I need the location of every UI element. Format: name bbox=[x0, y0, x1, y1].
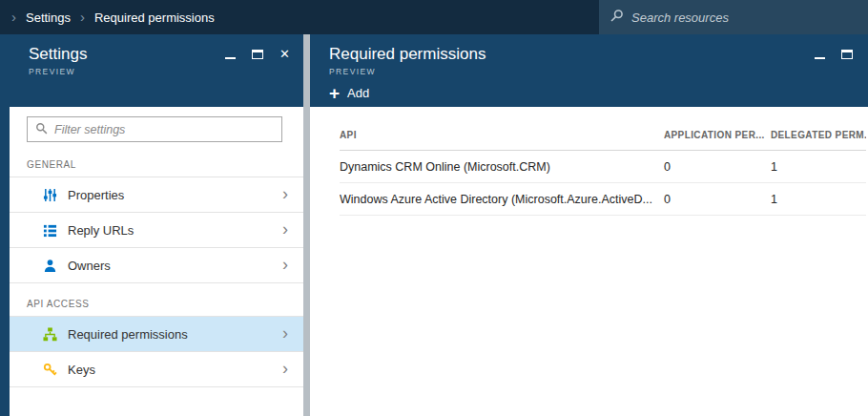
preview-badge: PREVIEW bbox=[329, 67, 868, 76]
cell-api: Dynamics CRM Online (Microsoft.CRM) bbox=[340, 160, 664, 174]
chevron-right-icon: › bbox=[80, 10, 85, 24]
breadcrumb-required-permissions[interactable]: Required permissions bbox=[94, 10, 215, 25]
global-search[interactable] bbox=[599, 0, 868, 34]
minimize-icon[interactable] bbox=[225, 57, 236, 59]
permissions-table: API APPLICATION PER... DELEGATED PERM...… bbox=[340, 120, 866, 216]
sidebar-item-keys[interactable]: Keys › bbox=[10, 351, 303, 386]
maximize-icon[interactable] bbox=[252, 50, 263, 59]
cell-api: Windows Azure Active Directory (Microsof… bbox=[340, 193, 664, 206]
nav-group-general: Properties › Reply URLs › bbox=[10, 177, 303, 283]
breadcrumb-settings[interactable]: Settings bbox=[26, 10, 71, 25]
permissions-blade-title: Required permissions bbox=[329, 45, 868, 64]
settings-blade-body: GENERAL Properties › bbox=[0, 107, 303, 416]
sitemap-icon bbox=[42, 326, 57, 342]
sidebar-item-label: Required permissions bbox=[68, 327, 188, 342]
column-header-application-permissions: APPLICATION PER... bbox=[664, 130, 771, 140]
blade-left-rail bbox=[0, 107, 10, 416]
chevron-right-icon: › bbox=[282, 256, 288, 273]
maximize-icon[interactable] bbox=[841, 50, 853, 59]
blades-container: Settings PREVIEW ✕ bbox=[0, 34, 868, 416]
settings-content: GENERAL Properties › bbox=[10, 107, 303, 416]
close-icon[interactable]: ✕ bbox=[279, 48, 290, 60]
chevron-right-icon: › bbox=[282, 324, 288, 342]
cell-application-permissions: 0 bbox=[664, 193, 771, 206]
sidebar-item-label: Properties bbox=[68, 188, 124, 202]
sidebar-item-required-permissions[interactable]: Required permissions › bbox=[10, 316, 303, 351]
chevron-right-icon: › bbox=[11, 10, 16, 24]
cell-delegated-permissions: 1 bbox=[771, 160, 866, 174]
column-header-api: API bbox=[340, 130, 664, 140]
sliders-icon bbox=[42, 187, 57, 202]
cell-delegated-permissions: 1 bbox=[771, 193, 866, 206]
preview-badge: PREVIEW bbox=[29, 67, 290, 76]
nav-group-api-access: Required permissions › Keys › bbox=[10, 316, 303, 387]
add-button[interactable]: + Add bbox=[329, 85, 369, 101]
add-icon: + bbox=[329, 85, 340, 101]
filter-settings-input[interactable] bbox=[54, 123, 274, 136]
sidebar-item-reply-urls[interactable]: Reply URLs › bbox=[10, 212, 303, 247]
search-icon bbox=[35, 121, 48, 138]
table-header-row: API APPLICATION PER... DELEGATED PERM... bbox=[340, 120, 866, 151]
sidebar-item-label: Keys bbox=[68, 363, 95, 377]
sidebar-item-label: Owners bbox=[68, 259, 111, 273]
settings-blade: Settings PREVIEW ✕ bbox=[0, 34, 303, 416]
sidebar-item-label: Reply URLs bbox=[68, 223, 134, 238]
add-button-label: Add bbox=[347, 86, 369, 100]
sidebar-item-properties[interactable]: Properties › bbox=[10, 177, 303, 212]
search-icon bbox=[610, 9, 624, 26]
permissions-window-controls: ✕ bbox=[815, 48, 868, 60]
sidebar-item-owners[interactable]: Owners › bbox=[10, 247, 303, 282]
table-row[interactable]: Dynamics CRM Online (Microsoft.CRM) 0 1 bbox=[340, 151, 866, 183]
person-icon bbox=[42, 258, 57, 273]
permissions-blade-header: Required permissions PREVIEW + Add ✕ bbox=[310, 34, 868, 107]
permissions-blade-body: API APPLICATION PER... DELEGATED PERM...… bbox=[310, 107, 868, 416]
table-row[interactable]: Windows Azure Active Directory (Microsof… bbox=[340, 183, 866, 216]
chevron-right-icon: › bbox=[282, 220, 288, 238]
section-label-general: GENERAL bbox=[10, 144, 303, 177]
list-icon bbox=[42, 222, 57, 238]
filter-settings-box[interactable] bbox=[27, 116, 282, 142]
settings-blade-header: Settings PREVIEW ✕ bbox=[0, 34, 303, 107]
settings-window-controls: ✕ bbox=[225, 48, 290, 60]
top-bar: › Settings › Required permissions bbox=[0, 0, 868, 34]
minimize-icon[interactable] bbox=[815, 57, 825, 59]
key-icon bbox=[42, 362, 57, 377]
column-header-delegated-permissions: DELEGATED PERM... bbox=[771, 130, 866, 140]
cell-application-permissions: 0 bbox=[664, 160, 771, 174]
chevron-right-icon: › bbox=[282, 360, 288, 377]
search-input[interactable] bbox=[631, 10, 857, 25]
section-label-api-access: API ACCESS bbox=[10, 283, 303, 316]
required-permissions-blade: Required permissions PREVIEW + Add ✕ API… bbox=[310, 34, 868, 416]
breadcrumb: › Settings › Required permissions bbox=[0, 0, 215, 34]
chevron-right-icon: › bbox=[282, 185, 288, 202]
